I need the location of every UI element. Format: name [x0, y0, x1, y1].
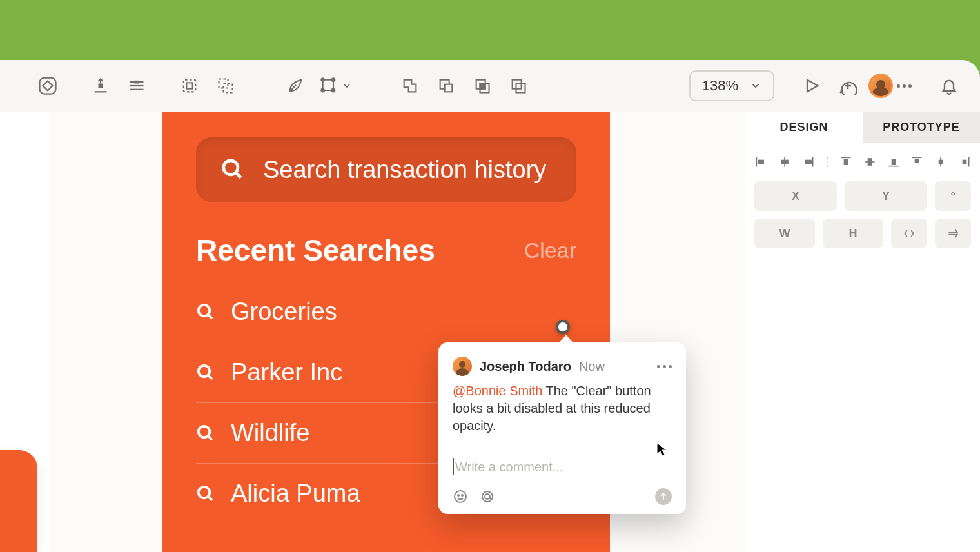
- recent-title: Recent Searches: [196, 233, 435, 268]
- search-icon: [196, 302, 215, 322]
- distribute-vertical-icon[interactable]: [85, 70, 116, 101]
- svg-line-31: [208, 375, 212, 379]
- x-field[interactable]: X: [754, 181, 837, 211]
- align-vcenter-icon[interactable]: [859, 150, 881, 173]
- svg-point-34: [199, 486, 210, 498]
- w-field[interactable]: W: [754, 219, 815, 248]
- align-hcenter-icon[interactable]: [774, 150, 796, 173]
- rotation-field[interactable]: °: [935, 181, 971, 211]
- toolbar: 138%: [0, 60, 980, 112]
- svg-rect-51: [939, 161, 943, 164]
- recent-header: Recent Searches Clear: [196, 233, 576, 268]
- align-top-icon[interactable]: [836, 150, 857, 173]
- zoom-value: 138%: [702, 77, 738, 94]
- ungroup-icon[interactable]: [210, 70, 241, 101]
- zoom-select[interactable]: 138%: [689, 70, 774, 101]
- svg-point-12: [321, 78, 324, 81]
- more-icon: [897, 84, 912, 88]
- recent-item[interactable]: Groceries: [196, 282, 576, 342]
- scale-dropdown-icon[interactable]: [316, 70, 356, 101]
- tab-prototype[interactable]: PROTOTYPE: [863, 112, 980, 143]
- align-row: ⋮: [745, 143, 980, 181]
- svg-rect-20: [480, 84, 485, 89]
- emoji-icon[interactable]: [453, 489, 468, 504]
- comment-more-icon[interactable]: [657, 365, 672, 368]
- recent-item-label: Groceries: [231, 298, 337, 326]
- intersect-icon[interactable]: [467, 70, 498, 101]
- search-icon: [196, 363, 215, 382]
- align-left-icon[interactable]: [750, 150, 772, 173]
- svg-rect-45: [868, 159, 872, 165]
- svg-line-33: [208, 435, 212, 439]
- bell-icon[interactable]: [934, 70, 965, 101]
- svg-point-26: [224, 161, 238, 175]
- group-icon[interactable]: [174, 70, 205, 101]
- play-icon[interactable]: [796, 70, 827, 101]
- distribute-h-icon[interactable]: [906, 150, 928, 173]
- svg-rect-6: [135, 81, 139, 84]
- mention[interactable]: @Bonnie Smith: [453, 384, 542, 398]
- main-area: Search transaction history Recent Search…: [0, 112, 980, 552]
- clear-button[interactable]: Clear: [524, 238, 576, 263]
- svg-rect-8: [186, 83, 192, 88]
- search-placeholder: Search transaction history: [263, 156, 546, 184]
- tab-design[interactable]: DESIGN: [745, 112, 863, 143]
- distribute-v-icon[interactable]: [930, 150, 952, 173]
- mention-icon[interactable]: [480, 489, 495, 504]
- recent-item-label: Parker Inc: [231, 359, 342, 386]
- svg-rect-47: [892, 159, 895, 164]
- svg-rect-7: [184, 80, 196, 92]
- subtract-icon[interactable]: [431, 70, 462, 101]
- flip-v-icon[interactable]: [935, 219, 971, 248]
- h-field[interactable]: H: [823, 219, 883, 248]
- svg-point-30: [199, 365, 210, 377]
- svg-rect-17: [445, 84, 453, 92]
- reply-tools: [453, 488, 672, 505]
- difference-icon[interactable]: [503, 70, 534, 101]
- reply-input[interactable]: Write a comment...: [453, 458, 672, 475]
- svg-rect-11: [323, 80, 333, 90]
- svg-point-55: [458, 495, 459, 496]
- search-icon: [196, 484, 215, 504]
- svg-rect-41: [806, 161, 811, 164]
- inspector-tabs: DESIGN PROTOTYPE: [745, 112, 980, 143]
- union-icon[interactable]: [395, 70, 426, 101]
- svg-line-29: [208, 314, 212, 318]
- svg-rect-21: [513, 80, 522, 89]
- align-right-icon[interactable]: [798, 150, 819, 173]
- comment-author: Joseph Todaro: [480, 359, 571, 374]
- inspector-panel: DESIGN PROTOTYPE ⋮ X Y ° W: [745, 112, 980, 552]
- comment-reply: Write a comment...: [438, 448, 686, 514]
- app-window: 138% Search transaction history: [0, 60, 980, 552]
- svg-point-57: [485, 494, 490, 499]
- flip-h-icon[interactable]: [891, 219, 927, 248]
- svg-rect-2: [99, 84, 103, 88]
- distribute-horizontal-icon[interactable]: [121, 70, 152, 101]
- align-bottom-icon[interactable]: [883, 150, 904, 173]
- svg-rect-37: [758, 161, 763, 164]
- svg-point-28: [199, 304, 210, 316]
- user-menu[interactable]: [868, 74, 912, 98]
- svg-point-13: [332, 78, 335, 81]
- distribute-last-icon[interactable]: [954, 150, 975, 173]
- search-icon: [220, 157, 245, 182]
- artboard-preview[interactable]: [0, 450, 37, 552]
- svg-point-54: [455, 491, 466, 502]
- recent-item-label: Alicia Puma: [231, 480, 360, 508]
- y-field[interactable]: Y: [845, 181, 927, 211]
- send-button[interactable]: [655, 488, 672, 505]
- search-bar[interactable]: Search transaction history: [196, 137, 576, 202]
- leaf-icon[interactable]: [280, 70, 311, 101]
- avatar: [868, 74, 893, 98]
- add-comment-icon[interactable]: [832, 70, 863, 101]
- comment-popover: Joseph Todaro Now @Bonnie Smith The "Cle…: [438, 342, 686, 514]
- svg-point-32: [199, 426, 210, 437]
- svg-rect-53: [963, 161, 966, 164]
- svg-line-35: [208, 496, 212, 500]
- comment-body: @Bonnie Smith The "Clear" button looks a…: [438, 382, 686, 448]
- comment-pin[interactable]: [556, 320, 570, 334]
- svg-rect-43: [845, 159, 848, 164]
- comment-header: Joseph Todaro Now: [438, 342, 686, 382]
- sketch-diamond-icon[interactable]: [32, 70, 63, 101]
- recent-item-label: Wildlife: [231, 419, 309, 447]
